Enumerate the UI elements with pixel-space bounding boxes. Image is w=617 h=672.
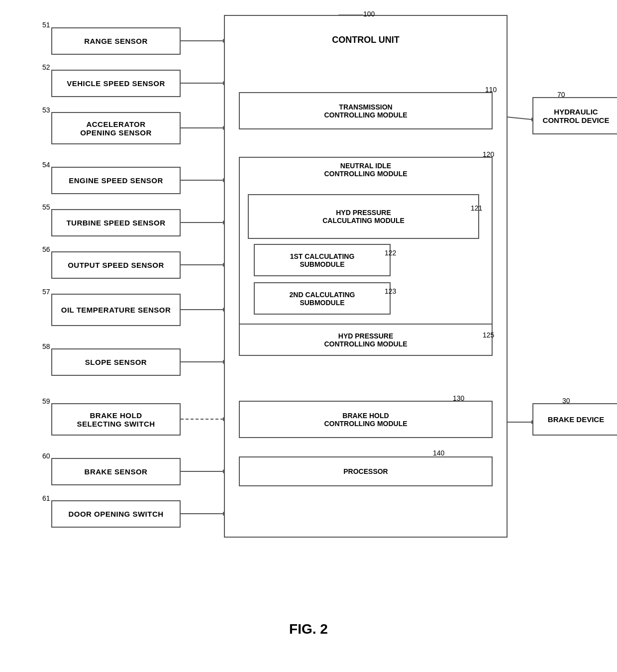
- door-opening-switch-box: DOOR OPENING SWITCH: [51, 500, 181, 528]
- ref-51: 51: [42, 21, 50, 29]
- hyd-pressure-controlling-box: HYD PRESSURE CONTROLLING MODULE: [239, 324, 493, 356]
- ref-60: 60: [42, 452, 50, 460]
- ref-130: 130: [453, 394, 464, 402]
- slope-sensor-box: SLOPE SENSOR: [51, 348, 181, 376]
- ref-53: 53: [42, 106, 50, 114]
- ref-100: 100: [363, 10, 375, 18]
- ref-110: 110: [485, 86, 497, 94]
- ref-122: 122: [385, 249, 396, 257]
- hydraulic-control-device-box: HYDRAULIC CONTROL DEVICE: [532, 97, 617, 134]
- ref-54: 54: [42, 161, 50, 169]
- turbine-speed-sensor-box: TURBINE SPEED SENSOR: [51, 209, 181, 236]
- ref-30: 30: [562, 397, 570, 405]
- first-calculating-submodule-box: 1ST CALCULATING SUBMODULE: [254, 244, 391, 276]
- second-calculating-submodule-box: 2ND CALCULATING SUBMODULE: [254, 282, 391, 315]
- hyd-pressure-calculating-box: HYD PRESSURE CALCULATING MODULE: [248, 194, 479, 239]
- brake-hold-module-box: BRAKE HOLD CONTROLLING MODULE: [239, 401, 493, 438]
- ref-120: 120: [483, 150, 494, 158]
- processor-box: PROCESSOR: [239, 456, 493, 486]
- ref-61: 61: [42, 494, 50, 502]
- ref-125: 125: [483, 331, 494, 339]
- oil-temperature-sensor-box: OIL TEMPERATURE SENSOR: [51, 294, 181, 326]
- engine-speed-sensor-box: ENGINE SPEED SENSOR: [51, 167, 181, 194]
- ref-140: 140: [433, 449, 444, 457]
- ref-52: 52: [42, 63, 50, 71]
- ref-123: 123: [385, 287, 396, 295]
- ref-70: 70: [557, 91, 565, 99]
- output-speed-sensor-box: OUTPUT SPEED SENSOR: [51, 251, 181, 279]
- transmission-module-box: TRANSMISSION CONTROLLING MODULE: [239, 92, 493, 129]
- vehicle-speed-sensor-box: VEHICLE SPEED SENSOR: [51, 70, 181, 97]
- ref-59: 59: [42, 397, 50, 405]
- ref-121: 121: [471, 204, 482, 212]
- diagram-container: 51 52 53 54 55 56 57 58 59 60 61 RANGE S…: [15, 10, 602, 647]
- ref-55: 55: [42, 203, 50, 211]
- brake-hold-selecting-switch-box: BRAKE HOLD SELECTING SWITCH: [51, 403, 181, 436]
- ref-58: 58: [42, 342, 50, 350]
- accelerator-sensor-box: ACCELERATOR OPENING SENSOR: [51, 112, 181, 144]
- control-unit-label: CONTROL UNIT: [304, 35, 428, 45]
- brake-sensor-box: BRAKE SENSOR: [51, 458, 181, 485]
- ref-57: 57: [42, 288, 50, 296]
- brake-device-box: BRAKE DEVICE: [532, 403, 617, 436]
- figure-label: FIG. 2: [289, 621, 328, 637]
- range-sensor-box: RANGE SENSOR: [51, 27, 181, 55]
- ref-56: 56: [42, 245, 50, 253]
